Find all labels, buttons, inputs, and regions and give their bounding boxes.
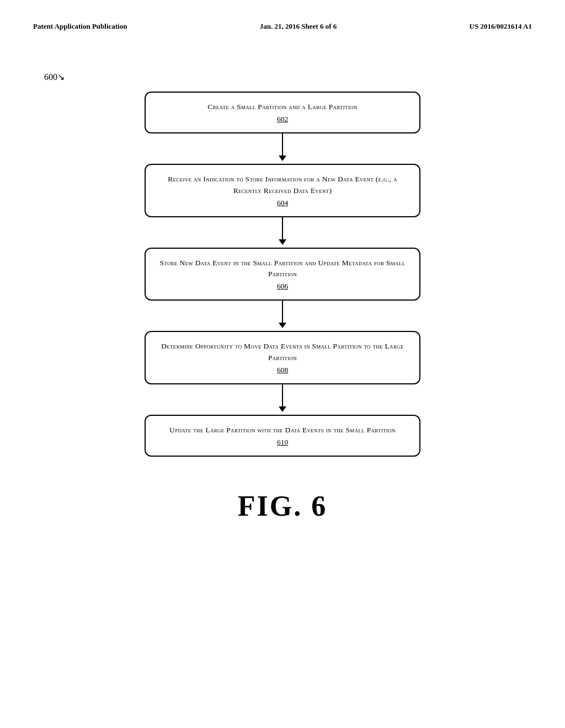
flow-box-610-number: 610 bbox=[159, 438, 406, 447]
arrow-4 bbox=[279, 384, 286, 415]
arrow-1 bbox=[279, 133, 286, 164]
arrow-line-3 bbox=[282, 301, 283, 323]
flow-box-604-number: 604 bbox=[159, 199, 406, 207]
flow-box-608: Determine Opportunity to Move Data Event… bbox=[145, 331, 420, 384]
arrow-head-2 bbox=[279, 239, 286, 245]
flow-box-602-number: 602 bbox=[159, 115, 406, 124]
header-left: Patent Application Publication bbox=[33, 22, 127, 31]
arrow-2 bbox=[279, 217, 286, 248]
figure-caption: FIG. 6 bbox=[238, 490, 327, 522]
flow-box-608-text: Determine Opportunity to Move Data Event… bbox=[161, 342, 404, 361]
flow-box-602-text: Create a Small Partition and a Large Par… bbox=[207, 103, 358, 111]
flowchart: Create a Small Partition and a Large Par… bbox=[33, 92, 532, 457]
flow-box-606-number: 606 bbox=[159, 282, 406, 291]
flow-box-602: Create a Small Partition and a Large Par… bbox=[145, 92, 420, 133]
flow-box-610: Update the Large Partition with the Data… bbox=[145, 415, 420, 457]
arrow-head-4 bbox=[279, 406, 286, 412]
diagram-arrow: ↘ bbox=[57, 72, 65, 82]
diagram-number: 600 bbox=[44, 72, 57, 82]
arrow-line-1 bbox=[282, 133, 283, 156]
arrow-head-3 bbox=[279, 323, 286, 328]
flow-box-608-number: 608 bbox=[159, 366, 406, 374]
arrow-line-2 bbox=[282, 217, 283, 239]
arrow-head-1 bbox=[279, 156, 286, 161]
diagram-label: 600↘ bbox=[44, 72, 65, 82]
flow-box-604-text: Receive an Indication to Store Informati… bbox=[168, 175, 397, 194]
flow-box-606-text: Store New Data Event in the Small Partit… bbox=[159, 259, 405, 278]
page: Patent Application Publication Jan. 21, … bbox=[0, 0, 565, 728]
header-center: Jan. 21, 2016 Sheet 6 of 6 bbox=[260, 22, 337, 31]
page-header: Patent Application Publication Jan. 21, … bbox=[33, 22, 532, 31]
arrow-line-4 bbox=[282, 384, 283, 406]
flow-box-604: Receive an Indication to Store Informati… bbox=[145, 164, 420, 217]
arrow-3 bbox=[279, 301, 286, 331]
figure-caption-container: FIG. 6 bbox=[33, 490, 532, 522]
flow-box-610-text: Update the Large Partition with the Data… bbox=[169, 426, 396, 434]
flow-box-606: Store New Data Event in the Small Partit… bbox=[145, 248, 420, 301]
header-right: US 2016/0021614 A1 bbox=[470, 22, 532, 31]
